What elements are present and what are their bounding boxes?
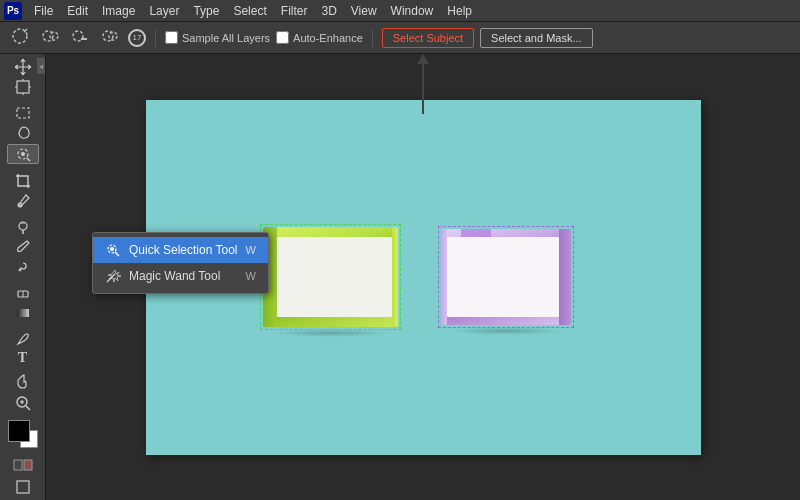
quick-selection-tool-button[interactable] bbox=[7, 144, 39, 164]
menu-help[interactable]: Help bbox=[441, 2, 478, 20]
eraser-tool-button[interactable] bbox=[7, 284, 39, 302]
gradient-tool-button[interactable] bbox=[7, 304, 39, 322]
book-right bbox=[441, 229, 571, 325]
svg-line-15 bbox=[27, 158, 30, 161]
crop-tool-button[interactable] bbox=[7, 172, 39, 190]
menu-layer[interactable]: Layer bbox=[143, 2, 185, 20]
svg-point-34 bbox=[110, 247, 114, 251]
svg-rect-31 bbox=[17, 481, 29, 493]
quick-mask-button[interactable] bbox=[10, 456, 36, 474]
options-bar: 17 Sample All Layers Auto-Enhance Select… bbox=[0, 22, 800, 54]
color-container[interactable] bbox=[8, 420, 38, 448]
arrow-head bbox=[417, 54, 429, 64]
separator-2 bbox=[372, 29, 373, 47]
menu-edit[interactable]: Edit bbox=[61, 2, 94, 20]
artboard-tool-button[interactable] bbox=[7, 78, 39, 96]
brush-add-selection[interactable] bbox=[38, 25, 62, 50]
right-selection-container bbox=[441, 229, 571, 325]
foreground-color[interactable] bbox=[8, 420, 30, 442]
book-right-pages bbox=[447, 237, 559, 317]
clone-stamp-button[interactable] bbox=[7, 258, 39, 276]
cursor-arrow bbox=[417, 54, 429, 114]
auto-enhance-label[interactable]: Auto-Enhance bbox=[276, 31, 363, 44]
zoom-tool-button[interactable] bbox=[7, 394, 39, 412]
svg-rect-24 bbox=[17, 309, 29, 317]
separator-1 bbox=[155, 29, 156, 47]
left-shadow bbox=[271, 329, 390, 337]
left-toolbar: ◂ bbox=[0, 54, 46, 500]
flyout-magic-wand[interactable]: Magic Wand Tool W bbox=[93, 263, 268, 289]
hand-tool-button[interactable] bbox=[7, 374, 39, 392]
menu-image[interactable]: Image bbox=[96, 2, 141, 20]
svg-line-33 bbox=[115, 252, 119, 256]
svg-line-1 bbox=[24, 29, 27, 32]
quick-selection-icon bbox=[105, 242, 121, 258]
brush-size-indicator[interactable]: 17 bbox=[128, 29, 146, 47]
book-left-pages bbox=[277, 237, 392, 317]
svg-rect-8 bbox=[17, 81, 29, 93]
book-left bbox=[263, 227, 398, 327]
text-tool-button[interactable]: T bbox=[7, 350, 39, 366]
menu-filter[interactable]: Filter bbox=[275, 2, 314, 20]
select-and-mask-button[interactable]: Select and Mask... bbox=[480, 28, 593, 48]
eyedropper-tool-button[interactable] bbox=[7, 192, 39, 210]
flyout-quick-selection[interactable]: Quick Selection Tool W bbox=[93, 237, 268, 263]
marquee-tool-button[interactable] bbox=[7, 104, 39, 122]
svg-marker-36 bbox=[108, 270, 121, 282]
svg-line-26 bbox=[26, 406, 30, 410]
sample-all-layers-checkbox[interactable] bbox=[165, 31, 178, 44]
app-icon: Ps bbox=[4, 2, 22, 20]
svg-point-16 bbox=[21, 152, 25, 156]
pen-tool-button[interactable] bbox=[7, 330, 39, 348]
menu-view[interactable]: View bbox=[345, 2, 383, 20]
svg-rect-30 bbox=[24, 460, 32, 470]
svg-rect-29 bbox=[14, 460, 22, 470]
right-shadow bbox=[449, 327, 563, 335]
menu-3d[interactable]: 3D bbox=[315, 2, 342, 20]
svg-point-3 bbox=[50, 32, 58, 40]
workspace: ◂ bbox=[0, 54, 800, 500]
left-object-container bbox=[263, 227, 398, 327]
select-subject-button[interactable]: Select Subject bbox=[382, 28, 474, 48]
arrow-line bbox=[422, 64, 424, 114]
canvas-area[interactable]: Quick Selection Tool W Magic Wand Tool W bbox=[46, 54, 800, 500]
color-swatches bbox=[8, 420, 38, 454]
right-object-container bbox=[441, 229, 571, 325]
svg-rect-13 bbox=[17, 108, 29, 118]
left-selection-container bbox=[263, 227, 398, 327]
menu-bar: Ps File Edit Image Layer Type Select Fil… bbox=[0, 0, 800, 22]
healing-brush-button[interactable] bbox=[7, 218, 39, 236]
sample-all-layers-label[interactable]: Sample All Layers bbox=[165, 31, 270, 44]
brush-tool-button[interactable] bbox=[7, 238, 39, 256]
brush-intersect-selection[interactable] bbox=[98, 25, 122, 50]
tool-flyout-menu: Quick Selection Tool W Magic Wand Tool W bbox=[92, 232, 269, 294]
brush-new-selection[interactable] bbox=[8, 25, 32, 50]
auto-enhance-checkbox[interactable] bbox=[276, 31, 289, 44]
menu-type[interactable]: Type bbox=[187, 2, 225, 20]
lasso-tool-button[interactable] bbox=[7, 124, 39, 142]
magic-wand-icon bbox=[105, 268, 121, 284]
menu-window[interactable]: Window bbox=[385, 2, 440, 20]
menu-file[interactable]: File bbox=[28, 2, 59, 20]
screen-mode-button[interactable] bbox=[7, 478, 39, 496]
brush-subtract-selection[interactable] bbox=[68, 25, 92, 50]
move-tool-button[interactable] bbox=[7, 58, 39, 76]
menu-select[interactable]: Select bbox=[227, 2, 272, 20]
